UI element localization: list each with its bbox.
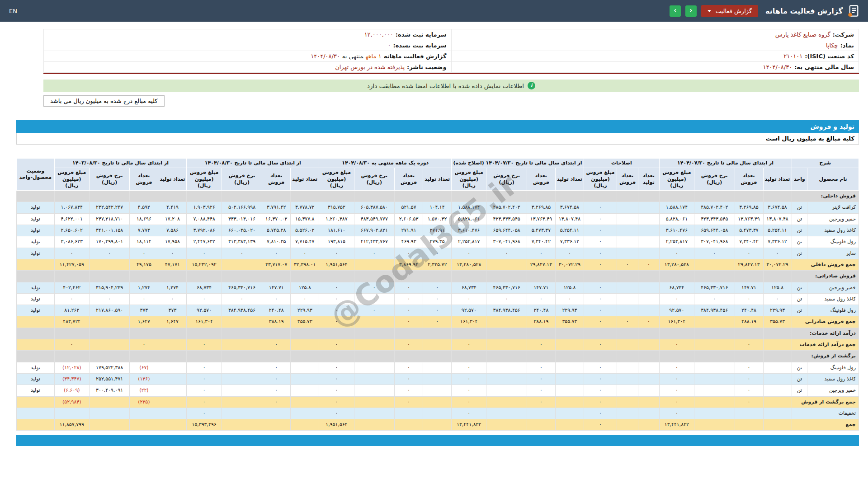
column-header: نرخ فروش (ریال) xyxy=(486,168,527,191)
value-cell xyxy=(638,282,659,293)
value-cell: ۳۸۴,۹۳۸,۴۵۶ xyxy=(486,305,527,316)
column-header: تعداد فروش xyxy=(130,168,158,191)
value-cell xyxy=(763,373,792,385)
value-cell: ۰ xyxy=(452,385,486,396)
value-cell xyxy=(89,191,129,202)
column-header: مبلغ فروش (میلیون ریال) xyxy=(452,168,486,191)
value-cell xyxy=(486,316,527,328)
report-type-dropdown[interactable]: گزارش فعالیت xyxy=(701,5,758,17)
value-cell: ۳۷۹.۳۵ xyxy=(423,236,452,248)
unit-cell: تن xyxy=(792,213,807,225)
value-cell xyxy=(54,351,89,362)
value-cell: ۴۱۲,۴۳۳,۷۶۷ xyxy=(354,236,394,248)
product-name-cell: خمیر ویرجین xyxy=(807,385,859,396)
table-row: کرافت لاینرتن۳,۶۷۴.۵۸۳,۲۶۹.۸۵۴۸۵,۷۰۲,۴۰۲… xyxy=(17,202,859,213)
value-cell: ۱۱,۴۲۷,۰۵۹ xyxy=(54,259,89,270)
value-cell: ۳۸۸.۱۹ xyxy=(262,316,291,328)
value-cell xyxy=(89,408,129,419)
value-cell: ۲۷۱.۹۱ xyxy=(395,225,423,236)
info-cell: سال مالی منتهی به:۱۴۰۴/۰۸/۳۰ xyxy=(451,62,859,73)
value-cell: ۰ xyxy=(584,408,617,419)
column-header: از ابتدای سال مالی تا تاریخ ۱۴۰۴/۰۷/۳۰ xyxy=(659,159,792,168)
value-cell: ۰ xyxy=(763,248,792,259)
report-icon xyxy=(847,5,860,17)
value-cell xyxy=(638,202,659,213)
value-cell: ۱۷,۲۰۸ xyxy=(158,213,187,225)
value-cell xyxy=(763,385,792,396)
value-cell: ۲۴۷,۲۱۸,۷۱۰ xyxy=(89,213,129,225)
value-cell xyxy=(423,419,452,431)
value-cell: ۰ xyxy=(452,373,486,385)
next-report-button[interactable]: › xyxy=(670,5,681,17)
column-header: دوره یک ماهه منتهی به ۱۴۰۴/۰۸/۳۰ xyxy=(319,159,452,168)
value-cell xyxy=(354,385,394,396)
value-cell xyxy=(617,305,638,316)
value-cell: ۰ xyxy=(130,339,158,351)
value-cell: ۳,۶۱۰,۴۷۶ xyxy=(452,225,486,236)
value-cell xyxy=(735,408,763,419)
table-row: رول فلوتینگتن۷,۳۳۶.۱۲۷,۳۴۰.۴۲۳۰۷,۰۴۱,۹۶۸… xyxy=(17,236,859,248)
column-header: از ابتدای سال مالی تا تاریخ ۱۴۰۴/۰۸/۳۰ xyxy=(187,159,319,168)
product-name-cell: کاغذ رول سفید xyxy=(807,373,859,385)
info-cell: سرمایه ثبت شده:۱۲,۰۰۰,۰۰۰ xyxy=(44,29,452,40)
value-cell xyxy=(638,305,659,316)
unit-cell: تن xyxy=(792,236,807,248)
column-header: تعداد فروش xyxy=(735,168,763,191)
value-cell: ۰ xyxy=(222,248,262,259)
column-header: واحد xyxy=(792,168,807,191)
value-cell: ۱۶۱,۳۰۴ xyxy=(452,316,486,328)
product-name-cell: خمیر ویرجین xyxy=(807,282,859,293)
value-cell: ۷,۳۴۰.۴۲ xyxy=(735,236,763,248)
value-cell xyxy=(130,328,158,339)
value-cell xyxy=(354,191,394,202)
value-cell xyxy=(354,362,394,373)
value-cell: ۳۸۸.۱۹ xyxy=(735,316,763,328)
value-cell: ۲,۶۵۰,۶۰۲ xyxy=(54,225,89,236)
value-cell: ۵,۸۲۸,۰۶۱ xyxy=(452,213,486,225)
product-name-cell: رول فلوتینگ xyxy=(807,236,859,248)
value-cell xyxy=(319,191,354,202)
info-value: ۱ ماهه xyxy=(366,53,382,60)
value-cell: ۱,۹۰۳,۹۲۶ xyxy=(187,202,222,213)
value-cell: ۰ xyxy=(486,248,527,259)
value-cell: ۰ xyxy=(319,362,354,373)
value-cell xyxy=(486,259,527,270)
value-cell xyxy=(158,373,187,385)
company-link[interactable]: گروه صنایع کاغذ پارس xyxy=(775,31,830,38)
value-cell: ۰ xyxy=(584,248,617,259)
value-cell: ۰ xyxy=(158,248,187,259)
value-cell: ۰ xyxy=(187,339,222,351)
product-name-cell: جمع xyxy=(792,419,859,431)
value-cell: ۰ xyxy=(638,316,659,328)
value-cell xyxy=(617,385,638,396)
value-cell xyxy=(130,408,158,419)
language-toggle[interactable]: EN xyxy=(9,8,17,14)
value-cell: ۳,۰۸۶,۶۲۳ xyxy=(54,236,89,248)
value-cell: ۱۲۵.۸ xyxy=(291,282,319,293)
table-body: فروش داخلی:کرافت لاینرتن۳,۶۷۴.۵۸۳,۲۶۹.۸۵… xyxy=(17,191,859,431)
value-cell: ۰ xyxy=(584,213,617,225)
value-cell: ۱,۰۶۷,۸۳۴ xyxy=(54,202,89,213)
column-header: تعداد فروش xyxy=(617,168,638,191)
value-cell xyxy=(486,396,527,408)
prev-report-button[interactable]: ‹ xyxy=(685,5,697,17)
value-cell xyxy=(354,271,394,282)
value-cell: ۳۰۷,۰۴۱,۹۶۸ xyxy=(486,236,527,248)
value-cell: ۰ xyxy=(638,259,659,270)
value-cell: ۲۳۲,۵۴۲,۲۴۷ xyxy=(89,202,129,213)
status-cell xyxy=(17,396,55,408)
table-row: برگشت از فروش: xyxy=(17,351,859,362)
value-cell: ۳,۷۹۲,۰۸۶ xyxy=(187,225,222,236)
status-cell: تولید xyxy=(17,248,55,259)
amounts-note: کلیه مبالغ درج شده به میلیون ریال می باش… xyxy=(43,95,165,107)
value-cell xyxy=(395,271,423,282)
value-cell: ۰ xyxy=(486,293,527,305)
value-cell: ۳,۶۱۰,۴۷۶ xyxy=(659,225,694,236)
value-cell: ۷,۰۸۸,۴۴۸ xyxy=(187,213,222,225)
product-name-cell: سایر xyxy=(807,248,859,259)
value-cell xyxy=(584,328,617,339)
value-cell xyxy=(158,385,187,396)
value-cell xyxy=(555,419,584,431)
unit-cell: تن xyxy=(792,202,807,213)
value-cell xyxy=(617,282,638,293)
